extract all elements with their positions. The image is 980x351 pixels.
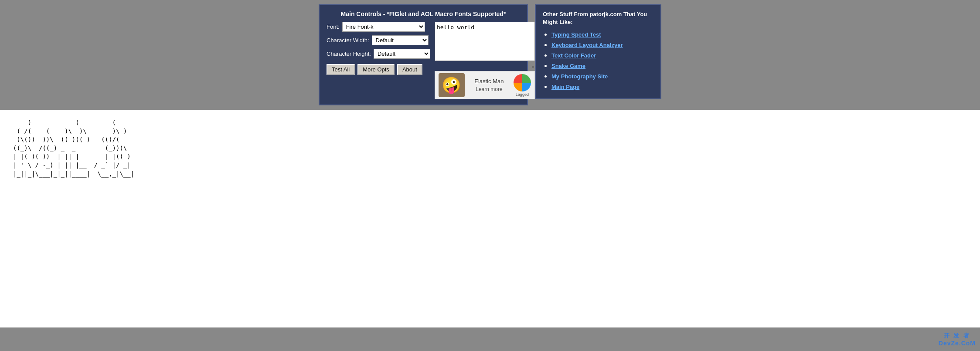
other-stuff-heading: Other Stuff From patorjk.com That You Mi… [543,10,653,26]
list-item: Typing Speed Test [551,30,653,38]
output-area: ) ( ( ( /( ( )\ )\ )\ ) )\()) ))\ ((_)((… [0,110,980,327]
ad-logo: Lagged [514,74,531,97]
ad-info-button[interactable]: ℹ [529,64,530,70]
ad-text: Elastic Man Learn more [465,78,514,92]
other-stuff-list: Typing Speed Test Keyboard Layout Analzy… [543,30,653,91]
left-controls: Font: Fire Font-k Standard Banner Big Bl… [327,22,430,99]
ad-header: ℹ ✕ [435,64,535,70]
test-all-button[interactable]: Test All [327,64,355,75]
ad-learn-more[interactable]: Learn more [465,86,514,92]
char-height-select[interactable]: Default Fitted Full Height Smush [374,49,430,59]
char-height-label: Character Height: [327,51,371,57]
char-width-select[interactable]: Default Fitted Full Width Smush [372,35,429,45]
controls-body: Font: Fire Font-k Standard Banner Big Bl… [327,22,520,99]
about-button[interactable]: About [397,64,422,75]
button-row: Test All More Opts About [327,64,430,75]
ad-logo-text: Lagged [516,92,529,97]
top-bar: Main Controls - *FIGlet and AOL Macro Fo… [0,0,980,110]
ad-title: Elastic Man [465,78,514,84]
list-item: My Photography Site [551,72,653,80]
ascii-output: ) ( ( ( /( ( )\ )\ )\ ) )\()) ))\ ((_)((… [13,118,967,178]
text-color-fader-link[interactable]: Text Color Fader [551,52,596,59]
snake-game-link[interactable]: Snake Game [551,63,585,69]
ad-image: 🤪 [439,73,465,97]
list-item: Text Color Fader [551,51,653,59]
watermark-line2: DevZe.CoM [939,340,976,347]
char-height-row: Character Height: Default Fitted Full He… [327,49,430,59]
ad-logo-circle [514,74,531,91]
ad-box: 🤪 Elastic Man Learn more Lagged [435,71,535,99]
watermark: 开 发 者 DevZe.CoM [939,332,976,347]
panel-title: Main Controls - *FIGlet and AOL Macro Fo… [327,10,520,17]
keyboard-layout-link[interactable]: Keyboard Layout Analzyer [551,42,623,48]
main-page-link[interactable]: Main Page [551,84,579,90]
ad-container: ℹ ✕ 🤪 Elastic Man Learn more [435,64,535,99]
more-opts-button[interactable]: More Opts [357,64,395,75]
typing-speed-test-link[interactable]: Typing Speed Test [551,31,601,38]
char-width-row: Character Width: Default Fitted Full Wid… [327,35,430,45]
list-item: Snake Game [551,62,653,70]
main-controls-panel: Main Controls - *FIGlet and AOL Macro Fo… [319,4,528,105]
text-input[interactable]: hello world [435,22,535,61]
watermark-line1: 开 发 者 [939,332,976,340]
font-select[interactable]: Fire Font-k Standard Banner Big Block Bu… [342,22,425,32]
char-width-label: Character Width: [327,37,369,44]
font-label: Font: [327,24,340,30]
other-stuff-panel: Other Stuff From patorjk.com That You Mi… [535,4,661,99]
right-controls: hello world ℹ ✕ 🤪 Elastic Man Learn more [435,22,535,99]
list-item: Keyboard Layout Analzyer [551,41,653,49]
list-item: Main Page [551,83,653,91]
font-row: Font: Fire Font-k Standard Banner Big Bl… [327,22,430,32]
photography-site-link[interactable]: My Photography Site [551,73,608,80]
ad-close-button[interactable]: ✕ [531,64,535,70]
